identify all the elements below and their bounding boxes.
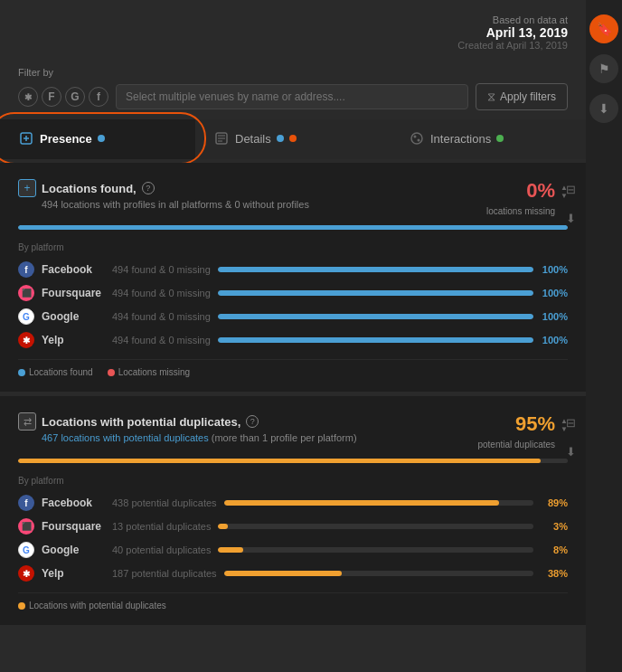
tab-details[interactable]: Details	[195, 119, 391, 159]
tab-presence[interactable]: Presence	[0, 119, 195, 159]
google-name-found: Google	[42, 310, 105, 323]
presence-tab-label: Presence	[40, 132, 92, 146]
by-platform-label-locations: By platform	[18, 242, 568, 252]
yelp-bar-dup	[224, 571, 533, 576]
bookmark-button[interactable]: 🔖	[589, 14, 618, 43]
facebook-pct-found: 100%	[541, 264, 568, 275]
legend-dot-dup	[18, 602, 25, 610]
platform-row-google-found: G Google 494 found & 0 missing 100%	[18, 308, 568, 325]
platform-row-foursquare-dup: ⬛ Foursquare 13 potential duplicates 3%	[18, 518, 568, 535]
foursquare-pct-dup: 3%	[541, 521, 568, 532]
legend-missing: Locations missing	[108, 367, 190, 377]
foursquare-icon-dup: ⬛	[18, 518, 34, 535]
facebook-icon-dup: f	[18, 495, 34, 511]
foursquare-bar-fill-found	[218, 290, 533, 296]
platform-row-yelp-dup: ✱ Yelp 187 potential duplicates 38%	[18, 565, 568, 582]
google-filter-icon[interactable]: G	[65, 87, 85, 107]
yelp-detail-dup: 187 potential duplicates	[112, 568, 217, 579]
card1-icon-btn-1[interactable]: ⊟	[561, 179, 580, 199]
card-title-row-dup: ⇄ Locations with potential duplicates, ?	[18, 412, 357, 431]
locations-found-card: + Locations found, ? 494 locations with …	[0, 163, 586, 393]
presence-tab-icon	[18, 130, 34, 147]
platform-row-google-dup: G Google 40 potential duplicates 8%	[18, 542, 568, 558]
card2-icon-btn-2[interactable]: ⬇	[561, 441, 580, 461]
facebook-bar-dup	[224, 500, 533, 506]
venue-search-input[interactable]	[116, 84, 468, 109]
apply-filters-button[interactable]: ⧖ Apply filters	[476, 83, 568, 110]
duplicates-count: 467 locations with potential duplicates	[42, 432, 209, 443]
details-tab-dot-2	[289, 135, 297, 142]
legend-duplicates: Locations with potential duplicates	[18, 592, 568, 610]
details-tab-icon	[213, 130, 230, 147]
download-button[interactable]: ⬇	[589, 94, 618, 123]
foursquare-detail-found: 494 found & 0 missing	[112, 288, 211, 298]
card-title-area: + Locations found, ? 494 locations with …	[18, 179, 309, 210]
svg-point-7	[411, 133, 422, 144]
google-bar-found	[218, 314, 533, 319]
card1-icon-btn-2[interactable]: ⬇	[561, 208, 580, 228]
svg-point-9	[418, 139, 420, 142]
foursquare-bar-fill-dup	[218, 524, 227, 529]
flag-icon: ⚑	[598, 62, 610, 76]
foursquare-pct-found: 100%	[541, 288, 568, 298]
card-header-locations: + Locations found, ? 494 locations with …	[18, 179, 568, 216]
flag-button[interactable]: ⚑	[589, 54, 618, 83]
facebook-filter-icon[interactable]: f	[89, 87, 108, 107]
facebook-name-found: Facebook	[42, 263, 105, 276]
card-right-locations: 0% locations missing ▲ ▼	[486, 179, 568, 216]
locations-duplicates-section: ⇄ Locations with potential duplicates, ?…	[0, 396, 586, 626]
foursquare-bar-found	[218, 290, 533, 296]
google-pct-dup: 8%	[541, 544, 568, 555]
facebook-pct-dup: 89%	[541, 497, 568, 508]
google-bar-fill-dup	[218, 547, 243, 553]
locations-duplicates-card: ⇄ Locations with potential duplicates, ?…	[0, 396, 586, 626]
locations-found-icon: +	[18, 179, 36, 197]
yelp-bar-fill-dup	[224, 571, 342, 576]
google-name-dup: Google	[42, 544, 105, 556]
legend-locations-found: Locations found Locations missing	[18, 359, 568, 377]
yelp-bar-fill-found	[218, 337, 533, 343]
legend-dup-item: Locations with potential duplicates	[18, 601, 166, 610]
facebook-bar-fill-dup	[224, 500, 500, 506]
main-content: Based on data at April 13, 2019 Created …	[0, 0, 586, 626]
facebook-detail-dup: 438 potential duplicates	[112, 497, 217, 508]
interactions-tab-label: Interactions	[430, 132, 491, 146]
foursquare-filter-icon[interactable]: F	[42, 87, 61, 107]
filter-label: Filter by	[18, 67, 568, 78]
platform-filter-icons: ✱ F G f	[18, 87, 108, 107]
card2-icon-btn-1[interactable]: ⊟	[561, 412, 580, 432]
foursquare-bar-dup	[218, 524, 533, 529]
report-date: April 13, 2019	[18, 25, 568, 40]
interactions-tab-dot	[496, 135, 504, 142]
locations-found-info[interactable]: ?	[142, 182, 155, 194]
google-pct-found: 100%	[541, 311, 568, 322]
details-tab-label: Details	[235, 132, 271, 146]
locations-dup-side-icons: ⊟ ⬇	[561, 412, 580, 461]
google-bar-dup	[218, 547, 533, 553]
facebook-bar-fill-found	[218, 267, 533, 272]
platform-row-facebook-dup: f Facebook 438 potential duplicates 89%	[18, 495, 568, 511]
yelp-filter-icon[interactable]: ✱	[18, 87, 38, 107]
based-on-label: Based on data at	[18, 14, 568, 25]
tab-interactions[interactable]: Interactions	[391, 119, 586, 159]
yelp-bar-found	[218, 337, 533, 343]
card-title-row: + Locations found, ?	[18, 179, 309, 197]
duplicates-sub: (more than 1 profile per platform)	[212, 432, 357, 443]
locations-found-section: + Locations found, ? 494 locations with …	[0, 163, 586, 393]
legend-dup-label: Locations with potential duplicates	[29, 601, 166, 610]
duplicates-icon: ⇄	[18, 412, 36, 431]
bookmark-icon: 🔖	[597, 22, 612, 36]
locations-found-subtitle: 494 locations with profiles in all platf…	[42, 199, 309, 210]
platform-row-facebook-found: f Facebook 494 found & 0 missing 100%	[18, 261, 568, 278]
right-sidebar: 🔖 ⚑ ⬇	[586, 0, 622, 672]
duplicates-info[interactable]: ?	[246, 415, 259, 428]
yelp-name-found: Yelp	[42, 334, 105, 346]
created-label: Created at April 13, 2019	[18, 40, 568, 51]
google-icon: G	[18, 308, 34, 325]
locations-found-side-icons: ⊟ ⬇	[561, 179, 580, 228]
main-bar-fill-locations	[18, 225, 568, 230]
legend-found: Locations found	[18, 367, 93, 377]
yelp-name-dup: Yelp	[42, 567, 105, 580]
download-icon: ⬇	[598, 101, 609, 116]
foursquare-detail-dup: 13 potential duplicates	[112, 521, 211, 532]
